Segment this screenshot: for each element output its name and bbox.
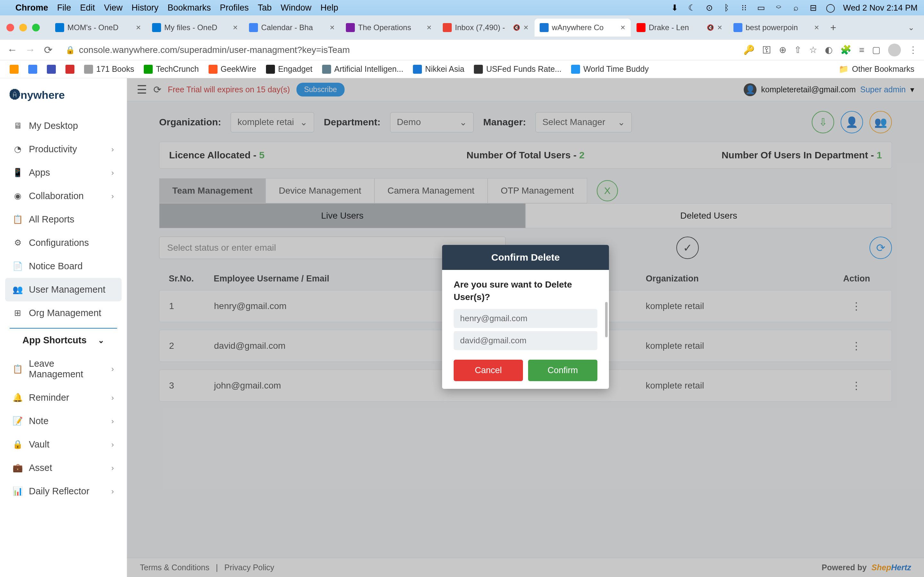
bookmark-item[interactable]: Artificial Intelligen...: [322, 64, 403, 74]
sidebar-item-label: Asset: [29, 463, 52, 473]
browser-tab[interactable]: Inbox (7,490) -🔇✕: [438, 19, 534, 37]
browser-tab[interactable]: MOM's - OneD✕: [50, 19, 146, 37]
menu-view[interactable]: View: [104, 3, 123, 13]
dropbox-icon[interactable]: ⬇: [670, 3, 680, 13]
chevron-right-icon: ›: [111, 168, 114, 177]
tab-overflow-icon[interactable]: ⌄: [905, 23, 918, 32]
wifi-icon[interactable]: ⌔: [774, 3, 783, 13]
speaker-icon[interactable]: 🔇: [707, 24, 714, 31]
browser-tab[interactable]: The Operations✕: [341, 19, 437, 37]
sidebar-item-asset[interactable]: 💼Asset›: [0, 456, 127, 480]
maximize-window-icon[interactable]: [32, 24, 40, 31]
tab-close-icon[interactable]: ✕: [330, 24, 335, 31]
translate-icon[interactable]: 🔑: [743, 45, 754, 55]
scrollbar[interactable]: [605, 302, 607, 337]
sidebar-item-leave-management[interactable]: 📋Leave Management›: [0, 352, 127, 386]
menubar-appname[interactable]: Chrome: [15, 3, 48, 13]
settings-icon[interactable]: ⁝⁝: [739, 3, 749, 13]
browser-tab[interactable]: best powerpoin✕: [728, 19, 825, 37]
sidebar-item-daily-reflector[interactable]: 📊Daily Reflector›: [0, 480, 127, 503]
sidebar-item-reminder[interactable]: 🔔Reminder›: [0, 386, 127, 409]
bookmark-item[interactable]: [10, 65, 19, 74]
chrome-menu-icon[interactable]: ⋮: [909, 45, 918, 55]
moon-icon[interactable]: ☾: [687, 3, 697, 13]
menu-profiles[interactable]: Profiles: [220, 3, 249, 13]
control-center-icon[interactable]: ⊟: [809, 3, 818, 13]
sidebar-item-user-management[interactable]: 👥User Management: [5, 278, 121, 301]
tab-close-icon[interactable]: ✕: [717, 24, 722, 31]
password-icon[interactable]: ⚿: [762, 45, 771, 55]
bookmark-item[interactable]: [28, 65, 37, 74]
reload-button[interactable]: ⟳: [42, 44, 54, 56]
spotlight-icon[interactable]: ⌕: [791, 3, 801, 13]
share-icon[interactable]: ⇧: [794, 45, 801, 55]
play-icon[interactable]: ⊙: [704, 3, 714, 13]
extensions-icon[interactable]: 🧩: [840, 45, 851, 55]
siri-icon[interactable]: ◯: [826, 3, 835, 13]
bookmark-item[interactable]: Engadget: [266, 64, 312, 74]
bluetooth-icon[interactable]: ᛒ: [722, 3, 732, 13]
other-bookmarks[interactable]: 📁 Other Bookmarks: [838, 64, 914, 74]
menu-history[interactable]: History: [132, 3, 158, 13]
new-tab-button[interactable]: +: [825, 22, 841, 34]
browser-tab[interactable]: Drake - Len🔇✕: [632, 19, 728, 37]
back-button[interactable]: ←: [6, 44, 18, 56]
address-bar: ← → ⟳ 🔒 console.wanywhere.com/superadmin…: [0, 40, 924, 60]
sidebar-item-notice-board[interactable]: 📄Notice Board: [0, 255, 127, 278]
confirm-button[interactable]: Confirm: [528, 359, 598, 381]
browser-tab-active[interactable]: wAnywhere Co✕: [535, 19, 631, 37]
sidepanel-icon[interactable]: ▢: [872, 45, 880, 55]
profile-avatar-icon[interactable]: [888, 44, 901, 56]
bookmark-item[interactable]: TechCrunch: [144, 64, 199, 74]
bookmark-icon[interactable]: ☆: [809, 45, 817, 55]
bookmark-item[interactable]: GeekWire: [208, 64, 256, 74]
sidebar-item-org-management[interactable]: ⊞Org Management: [0, 301, 127, 325]
close-window-icon[interactable]: [6, 24, 14, 31]
cancel-button[interactable]: Cancel: [454, 359, 523, 381]
battery-icon[interactable]: ▭: [756, 3, 766, 13]
reading-list-icon[interactable]: ≡: [859, 45, 864, 55]
extension-icon[interactable]: ◐: [825, 45, 833, 55]
url-field[interactable]: 🔒 console.wanywhere.com/superadmin/user-…: [60, 45, 737, 55]
bookmark-item[interactable]: World Time Buddy: [571, 64, 649, 74]
bookmark-item[interactable]: [65, 65, 74, 74]
bookmark-favicon-icon: [28, 65, 37, 74]
bookmark-item[interactable]: 171 Books: [84, 64, 134, 74]
sidebar-item-reports[interactable]: 📋All Reports: [0, 208, 127, 231]
sidebar-item-label: Reminder: [29, 392, 69, 403]
sidebar-item-productivity[interactable]: ◔Productivity›: [0, 137, 127, 161]
menu-help[interactable]: Help: [320, 3, 338, 13]
browser-tab[interactable]: Calendar - Bha✕: [244, 19, 340, 37]
bookmark-item[interactable]: Nikkei Asia: [413, 64, 464, 74]
tab-close-icon[interactable]: ✕: [426, 24, 432, 31]
modal-backdrop[interactable]: Confirm Delete Are you sure want to Dele…: [127, 78, 924, 577]
bookmark-item[interactable]: [47, 65, 56, 74]
sidebar-item-apps[interactable]: 📱Apps›: [0, 161, 127, 184]
sidebar-item-my-desktop[interactable]: 🖥My Desktop: [0, 114, 127, 137]
tab-close-icon[interactable]: ✕: [136, 24, 141, 31]
menu-edit[interactable]: Edit: [80, 3, 95, 13]
asset-icon: 💼: [13, 463, 23, 473]
sidebar-item-vault[interactable]: 🔒Vault›: [0, 433, 127, 456]
menu-tab[interactable]: Tab: [258, 3, 272, 13]
menu-window[interactable]: Window: [281, 3, 312, 13]
bookmark-item[interactable]: USFed Funds Rate...: [474, 64, 561, 74]
sidebar-item-note[interactable]: 📝Note›: [0, 409, 127, 433]
minimize-window-icon[interactable]: [19, 24, 27, 31]
menu-bookmarks[interactable]: Bookmarks: [168, 3, 211, 13]
tab-close-icon[interactable]: ✕: [233, 24, 238, 31]
app-logo[interactable]: 🅐nywhere: [0, 85, 127, 114]
sidebar-item-collaboration[interactable]: ◉Collaboration›: [0, 184, 127, 208]
speaker-icon[interactable]: 🔇: [513, 24, 520, 31]
tab-close-icon[interactable]: ✕: [620, 24, 626, 31]
tab-close-icon[interactable]: ✕: [814, 24, 819, 31]
zoom-icon[interactable]: ⊕: [779, 45, 787, 55]
tab-title: wAnywhere Co: [552, 23, 617, 32]
sidebar-item-configurations[interactable]: ⚙Configurations: [0, 231, 127, 255]
browser-tab[interactable]: My files - OneD✕: [147, 19, 243, 37]
modal-user-item: david@gmail.com: [454, 331, 598, 350]
tab-close-icon[interactable]: ✕: [523, 24, 529, 31]
menu-file[interactable]: File: [57, 3, 71, 13]
sidebar-section-app-shortcuts[interactable]: App Shortcuts⌄: [10, 328, 117, 352]
menubar-datetime[interactable]: Wed 2 Nov 2:14 PM: [843, 3, 918, 13]
